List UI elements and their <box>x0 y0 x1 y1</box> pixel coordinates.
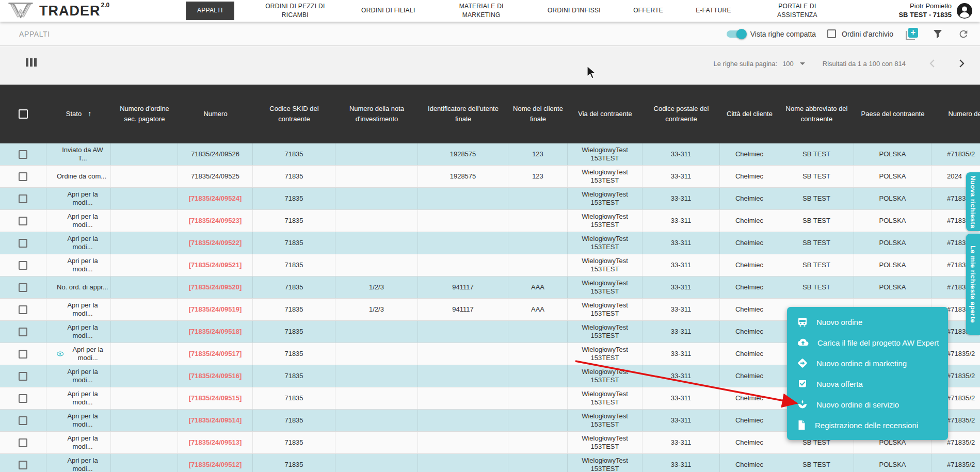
popup-item-nuovo-ordine-di-marketing[interactable]: Nuovo ordine di marketing <box>787 353 948 373</box>
row-checkbox[interactable] <box>19 217 27 225</box>
nav-item-materiale-di-marketing[interactable]: MATERIALE DI MARKETING <box>443 0 520 22</box>
order-number-cell[interactable]: [71835/24/09513] <box>178 432 253 453</box>
table-row[interactable]: Apri per la modi...[71835/24/09523]71835… <box>0 210 980 232</box>
column-header-codice-postale-del-contraente[interactable]: Codice postale del contraente <box>642 85 720 143</box>
citta-cell: Chełmiec <box>720 365 779 387</box>
row-checkbox[interactable] <box>19 150 27 159</box>
row-checkbox[interactable] <box>19 239 27 248</box>
nav-item-ordini-di-filiali[interactable]: ORDINI DI FILIALI <box>356 4 420 17</box>
truck-icon <box>797 317 808 327</box>
popup-item-carica-il-file-del-progetto-aw-expert[interactable]: Carica il file del progetto AW Expert <box>787 332 948 353</box>
table-row[interactable]: Apri per la modi...[71835/24/09524]71835… <box>0 188 980 210</box>
prev-page-button[interactable] <box>928 59 936 68</box>
avatar-icon[interactable] <box>956 3 973 19</box>
order-number-cell[interactable]: 71835/24/09526 <box>178 143 253 165</box>
main-nav: APPALTIORDINI DI PEZZI DI RICAMBIORDINI … <box>186 0 836 22</box>
popup-item-nuovo-ordine-di-servizio[interactable]: Nuovo ordine di servizio <box>787 394 948 415</box>
row-checkbox[interactable] <box>19 416 27 425</box>
order-number-cell[interactable]: [71835/24/09524] <box>178 188 253 209</box>
rows-per-page-value[interactable]: 100 <box>782 60 794 68</box>
eye-icon <box>57 351 63 357</box>
nav-item-ordini-d-infissi[interactable]: ORDINI D'INFISSI <box>542 4 606 17</box>
row-checkbox[interactable] <box>19 461 27 469</box>
row-checkbox[interactable] <box>19 372 27 381</box>
add-order-button[interactable]: + <box>905 27 919 41</box>
order-number-cell[interactable]: [71835/24/09520] <box>178 276 253 298</box>
side-tab-new-request[interactable]: Nuova richiesta <box>966 172 980 231</box>
nav-item-e-fatture[interactable]: E-FATTURE <box>690 4 736 17</box>
order-number-cell[interactable]: [71835/24/09522] <box>178 232 253 254</box>
table-row[interactable]: Apri per la modi...[71835/24/09521]71835… <box>0 254 980 276</box>
column-header-nome-del-cliente-finale[interactable]: Nome del cliente finale <box>508 85 568 143</box>
order-number-cell[interactable]: [71835/24/09518] <box>178 321 253 343</box>
nav-item-portale-di-assistenza[interactable]: PORTALE DI ASSISTENZA <box>759 0 836 22</box>
user-box[interactable]: Piotr Pomietło SB TEST - 71835 <box>898 2 973 20</box>
order_sec-cell <box>111 299 178 320</box>
cap-cell: 33-311 <box>642 454 720 472</box>
column-header-codice-skid-del-contraente[interactable]: Codice SKID del contraente <box>253 85 335 143</box>
row-checkbox[interactable] <box>19 172 27 181</box>
status-text: Apri per la modi... <box>57 323 108 340</box>
row-checkbox[interactable] <box>19 261 27 270</box>
row-checkbox[interactable] <box>19 394 27 403</box>
table-row[interactable]: Ordine da com...71835/24/095257183519285… <box>0 166 980 188</box>
order_sec-cell <box>111 143 178 165</box>
order-number-cell[interactable]: [71835/24/09515] <box>178 387 253 409</box>
column-header-numero[interactable]: Numero <box>178 85 253 143</box>
side-tab-my-open-requests[interactable]: Le mie richieste aperte <box>966 234 980 335</box>
column-header-nome-abbreviato-del-contraente[interactable]: Nome abbreviato del contraente <box>779 85 854 143</box>
nota-cell <box>335 365 418 387</box>
popup-item-nuova-offerta[interactable]: Nuova offerta <box>787 373 948 394</box>
order-number-cell[interactable]: [71835/24/09521] <box>178 254 253 276</box>
order-number-cell[interactable]: [71835/24/09514] <box>178 410 253 431</box>
cap-cell: 33-311 <box>642 410 720 431</box>
column-header-numero-d-ordine-sec-pagatore[interactable]: Numero d'ordine sec. pagatore <box>111 85 178 143</box>
cliente-cell <box>508 454 568 472</box>
nav-item-offerte[interactable]: OFFERTE <box>628 4 668 17</box>
utente-cell <box>418 454 508 472</box>
order-number-cell[interactable]: 71835/24/09525 <box>178 166 253 187</box>
status-cell: Apri per la modi... <box>46 454 111 472</box>
column-header-paese-del-contraente[interactable]: Paese del contraente <box>854 85 931 143</box>
rows-per-page-select[interactable]: Le righe sulla pagina: 100 <box>714 60 805 68</box>
order-number-cell[interactable]: [71835/24/09512] <box>178 454 253 472</box>
status-cell: Inviato da AW T... <box>46 143 111 165</box>
toggle-knob[interactable] <box>736 29 747 39</box>
column-header-identificatore-dell-utente-finale[interactable]: Identificatore dell'utente finale <box>418 85 508 143</box>
table-row[interactable]: Inviato da AW T...71835/24/0952671835192… <box>0 143 980 166</box>
row-checkbox[interactable] <box>19 305 27 314</box>
column-header-via-del-contraente[interactable]: Via del contraente <box>568 85 642 143</box>
compact-rows-toggle[interactable]: Vista righe compatta <box>727 30 816 38</box>
refresh-button[interactable] <box>956 27 971 41</box>
popup-item-registrazione-delle-recensioni[interactable]: Registrazione delle recensioni <box>787 415 948 435</box>
next-page-button[interactable] <box>958 59 966 68</box>
row-checkbox[interactable] <box>19 283 27 292</box>
row-checkbox[interactable] <box>19 194 27 203</box>
nav-item-ordini-di-pezzi-di-ricambi[interactable]: ORDINI DI PEZZI DI RICAMBI <box>256 0 334 22</box>
table-row[interactable]: No. ord. di appr...[71835/24/09520]71835… <box>0 276 980 299</box>
checkbox-box[interactable] <box>827 29 836 38</box>
column-header-stato[interactable]: Stato↑ <box>46 85 111 143</box>
row-checkbox[interactable] <box>19 328 27 336</box>
filter-button[interactable] <box>930 27 945 41</box>
select-all-checkbox[interactable] <box>19 109 28 119</box>
column-header-numero-del-produttore[interactable]: Numero del produttore <box>931 85 980 143</box>
order-number-cell[interactable]: [71835/24/09516] <box>178 365 253 387</box>
table-row[interactable]: Apri per la modi...[71835/24/09512]71835… <box>0 454 980 472</box>
row-checkbox[interactable] <box>19 350 27 359</box>
row-checkbox[interactable] <box>19 438 27 447</box>
toggle-track[interactable] <box>727 30 744 38</box>
chevron-down-icon <box>800 62 805 65</box>
column-header-citt-del-cliente[interactable]: Città del cliente <box>720 85 779 143</box>
column-chooser-button[interactable] <box>26 58 37 67</box>
popup-item-nuovo-ordine[interactable]: Nuovo ordine <box>787 312 948 332</box>
order-number-cell[interactable]: [71835/24/09519] <box>178 299 253 320</box>
order-number-cell[interactable]: [71835/24/09517] <box>178 343 253 365</box>
table-row[interactable]: Apri per la modi...[71835/24/09522]71835… <box>0 232 980 254</box>
column-header-numero-della-nota-d-investimento[interactable]: Numero della nota d'investimento <box>335 85 418 143</box>
paese-cell: POLSKA <box>854 454 931 472</box>
order-number-cell[interactable]: [71835/24/09523] <box>178 210 253 232</box>
nav-item-appalti[interactable]: APPALTI <box>186 2 234 20</box>
archive-orders-checkbox[interactable]: Ordini d'archivio <box>827 29 893 38</box>
cap-cell: 33-311 <box>642 143 720 165</box>
